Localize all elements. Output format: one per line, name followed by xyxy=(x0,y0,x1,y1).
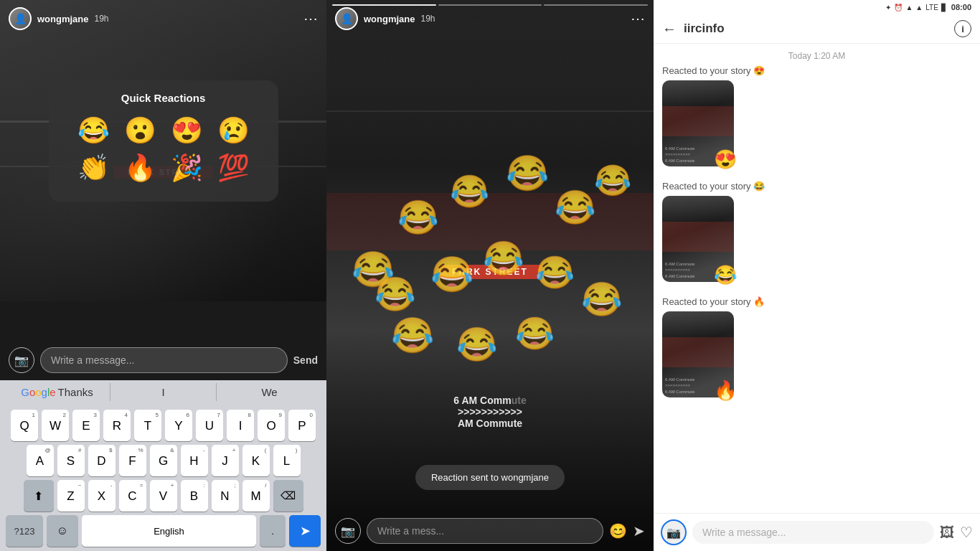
key-k[interactable]: (K xyxy=(242,445,270,476)
laugh-emoji-13: 😂 xyxy=(456,325,498,364)
thumb-text-2: 6 AM Commute>>>>>>>>>>6 AM Commute xyxy=(662,261,697,279)
panel2-camera-button[interactable]: 📷 xyxy=(335,518,361,544)
laughing-emoji-field: 😂 😂 😂 😂 😂 😂 😂 😂 😂 😂 😂 😂 😂 😂 xyxy=(326,0,654,508)
panel2-share-icon[interactable]: ➤ xyxy=(633,522,645,540)
back-button[interactable]: ← xyxy=(662,21,677,37)
thumb-text-3: 6 AM Commute>>>>>>>>>>6 AM Commute xyxy=(662,377,697,395)
reaction-label-3: Reacted to your story 🔥 xyxy=(662,296,971,307)
keyboard: 1Q 2W 3E 4R 5T 6Y 7U 8I 9O 0P @A #S $D %… xyxy=(0,405,326,551)
key-a[interactable]: @A xyxy=(27,445,54,476)
keyboard-row-3: ⬆ ~Z -X =C +V :B ;N /M ⌫ xyxy=(3,480,324,512)
laugh-emoji-6: 😂 xyxy=(594,163,632,198)
key-n[interactable]: ;N xyxy=(212,480,239,512)
key-s[interactable]: #S xyxy=(57,445,85,476)
more-options-icon[interactable]: ⋯ xyxy=(303,11,318,26)
shift-key[interactable]: ⬆ xyxy=(24,480,54,512)
keyboard-bottom-row: ?123 ☺ English . ➤ xyxy=(3,515,324,547)
key-t[interactable]: 5T xyxy=(134,410,161,441)
p3-gallery-button[interactable]: 🖼 xyxy=(940,524,954,541)
key-g[interactable]: &G xyxy=(150,445,177,476)
key-d[interactable]: $D xyxy=(88,445,116,476)
send-button[interactable]: Send xyxy=(293,354,318,366)
period-key[interactable]: . xyxy=(260,515,286,547)
camera-button[interactable]: 📷 xyxy=(9,347,34,373)
story-progress-bars xyxy=(332,4,648,6)
key-o[interactable]: 9O xyxy=(258,410,285,441)
laugh-emoji-7: 😂 xyxy=(374,274,416,314)
message-block-2: Reacted to your story 😂 6 AM Commute>>>>… xyxy=(662,181,971,285)
laugh-emoji-10: 😂 xyxy=(535,254,575,291)
symbol-key[interactable]: ?123 xyxy=(6,515,43,547)
key-m[interactable]: /M xyxy=(242,480,270,512)
message-block-1: Reacted to your story 😍 6 AM Commute>>>>… xyxy=(662,65,971,169)
key-q[interactable]: 1Q xyxy=(11,410,38,441)
message-input[interactable]: Write a message... xyxy=(40,347,288,373)
p3-placeholder: Write a message... xyxy=(702,527,786,538)
battery-icon: ▊ xyxy=(941,4,947,11)
suggestions-row: Google Thanks I We xyxy=(0,380,326,405)
bluetooth-icon: ✦ xyxy=(885,4,891,11)
key-l[interactable]: )L xyxy=(273,445,301,476)
panel2-emoji-button[interactable]: 😊 xyxy=(609,522,627,540)
panel2-message-input[interactable]: Write a mess... xyxy=(367,518,603,544)
panel2-bottom-bar: 📷 Write a mess... 😊 ➤ xyxy=(326,511,654,551)
key-r[interactable]: 4R xyxy=(103,410,131,441)
emoji-party[interactable]: 🎉 xyxy=(171,153,203,183)
reaction-toast: Reaction sent to wongmjane xyxy=(415,465,565,490)
suggestion-thanks[interactable]: Google Thanks xyxy=(4,383,110,401)
emoji-crying[interactable]: 😢 xyxy=(217,116,250,146)
emoji-heart-eyes[interactable]: 😍 xyxy=(171,116,203,146)
wifi-icon: ▲ xyxy=(905,4,913,11)
key-c[interactable]: =C xyxy=(119,480,146,512)
chat-header: ← iircinfo i xyxy=(654,14,980,44)
story-input-area: 📷 Write a message... Send xyxy=(0,340,326,380)
p3-heart-button[interactable]: ♡ xyxy=(960,524,973,541)
avatar: 👤 xyxy=(9,7,32,30)
panel2-username: wongmjane xyxy=(364,14,415,24)
suggestion-we[interactable]: We xyxy=(217,383,322,401)
commute-line-1: 6 AM Commute xyxy=(453,395,526,406)
emoji-keyboard-key[interactable]: ☺ xyxy=(47,515,78,547)
key-f[interactable]: %F xyxy=(119,445,146,476)
emoji-100[interactable]: 💯 xyxy=(217,153,250,183)
emoji-row-1: 😂 😮 😍 😢 xyxy=(66,116,261,146)
suggestion-i[interactable]: I xyxy=(110,383,217,401)
status-bar: ✦ ⏰ ▲ ▲ LTE ▊ 08:00 xyxy=(654,0,980,14)
panel2-more-icon[interactable]: ⋯ xyxy=(631,11,645,26)
key-u[interactable]: 7U xyxy=(196,410,223,441)
commute-line-3: AM Commute xyxy=(453,418,526,429)
key-e[interactable]: 3E xyxy=(72,410,100,441)
p3-camera-button[interactable]: 📷 xyxy=(661,519,687,545)
laugh-emoji-14: 😂 xyxy=(515,315,555,352)
story-thumbnail-1: 6 AM Commute>>>>>>>>>>6 AM Commute 😍 xyxy=(662,80,734,166)
progress-bar-3 xyxy=(544,4,648,6)
laugh-emoji-5: 😂 xyxy=(555,188,596,227)
key-w[interactable]: 2W xyxy=(42,410,69,441)
emoji-fire[interactable]: 🔥 xyxy=(124,153,156,183)
key-v[interactable]: +V xyxy=(150,480,177,512)
key-x[interactable]: -X xyxy=(88,480,116,512)
key-j[interactable]: +J xyxy=(212,445,239,476)
key-h[interactable]: -H xyxy=(181,445,208,476)
signal-bars: ▲ xyxy=(915,4,923,11)
p3-message-input[interactable]: Write a message... xyxy=(692,521,934,544)
backspace-key[interactable]: ⌫ xyxy=(273,480,303,512)
suggestion-label-thanks: Thanks xyxy=(58,386,93,398)
panel1-story-reply: PARK STREET 👤 wongmjane 19h ⋯ Quick Reac… xyxy=(0,0,326,551)
key-z[interactable]: ~Z xyxy=(57,480,85,512)
key-i[interactable]: 8I xyxy=(227,410,254,441)
chat-name: iircinfo xyxy=(684,22,947,36)
emoji-surprised[interactable]: 😮 xyxy=(124,116,156,146)
keyboard-row-1: 1Q 2W 3E 4R 5T 6Y 7U 8I 9O 0P xyxy=(3,410,324,441)
info-button[interactable]: i xyxy=(954,20,971,37)
keyboard-send-key[interactable]: ➤ xyxy=(289,515,321,547)
laugh-emoji-12: 😂 xyxy=(391,315,434,356)
language-key[interactable]: English xyxy=(82,515,256,547)
emoji-laughing[interactable]: 😂 xyxy=(77,116,110,146)
key-y[interactable]: 6Y xyxy=(165,410,192,441)
panel2-placeholder: Write a mess... xyxy=(377,525,444,537)
key-p[interactable]: 0P xyxy=(288,410,316,441)
emoji-clap[interactable]: 👏 xyxy=(77,153,110,183)
reaction-label-2: Reacted to your story 😂 xyxy=(662,181,971,192)
key-b[interactable]: :B xyxy=(181,480,208,512)
